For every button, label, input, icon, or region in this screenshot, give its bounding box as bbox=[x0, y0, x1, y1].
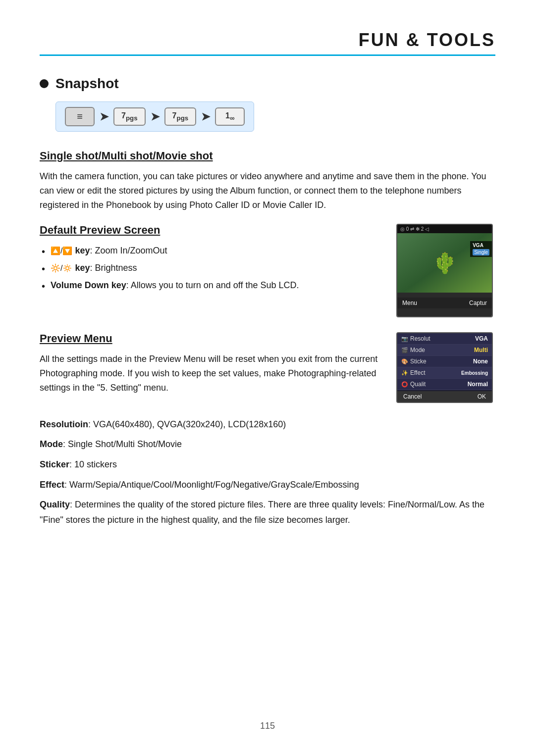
single-multi-body: With the camera function, you can take p… bbox=[40, 169, 495, 212]
sticker-spec: Sticker: 10 stickers bbox=[40, 457, 495, 472]
quality-spec: Quality: Determines the quality of the s… bbox=[40, 497, 495, 527]
menu-row-sticker: 🎨 Sticke None bbox=[397, 356, 492, 367]
flow-step-3: 1∞ bbox=[215, 107, 245, 126]
resolution-value: VGA bbox=[475, 335, 488, 342]
resolution-spec-label: Resolutioin bbox=[40, 419, 88, 429]
preview-menu-screen-mockup: 📷 Resolut VGA 🎬 Mode Multi 🎨 Sticke bbox=[396, 332, 493, 403]
quality-spec-label: Quality bbox=[40, 500, 70, 509]
effect-value: Embossing bbox=[461, 370, 488, 376]
effect-label: Effect bbox=[410, 369, 461, 376]
mode-spec-label: Mode bbox=[40, 439, 63, 449]
effect-spec: Effect: Warm/Sepia/Antique/Cool/Moonligh… bbox=[40, 477, 495, 493]
resolution-spec-value: VGA(640x480), QVGA(320x240), LCD(128x160… bbox=[93, 419, 286, 429]
status-icons: ◎ 0 ⇌ ✻ 2 ◁ bbox=[400, 226, 429, 232]
quality-spec-value: Determines the quality of the stored pic… bbox=[40, 500, 484, 525]
flow-arrow-2: ➤ bbox=[201, 110, 210, 123]
effect-icon: ✨ bbox=[401, 370, 410, 376]
flow-step-1: 7pgs bbox=[113, 107, 146, 126]
default-preview-right: ◎ 0 ⇌ ✻ 2 ◁ 🌵 VGA Singl bbox=[396, 224, 495, 317]
menu-rows-container: 📷 Resolut VGA 🎬 Mode Multi 🎨 Sticke bbox=[397, 333, 492, 390]
quality-label: Qualit bbox=[410, 381, 468, 388]
camera-sidebar: VGA Single bbox=[470, 241, 492, 257]
menu-row-resolution: 📷 Resolut VGA bbox=[397, 333, 492, 345]
page-number: 115 bbox=[260, 721, 275, 731]
cactus-image: 🌵 bbox=[432, 252, 457, 275]
screen-bottom-bar: Menu Captur bbox=[397, 298, 492, 308]
menu-row-effect: ✨ Effect Embossing bbox=[397, 367, 492, 379]
flow-diagram-wrapper: ≡ ➤ 7pgs ➤ 7pgs ➤ 1∞ bbox=[55, 101, 495, 132]
sticker-icon: 🎨 bbox=[401, 358, 410, 365]
menu-cancel-label: Cancel bbox=[403, 393, 422, 400]
default-preview-section: Default Preview Screen 🔼/🔽 key: Zoom In/… bbox=[40, 224, 495, 317]
effect-spec-label: Effect bbox=[40, 480, 64, 490]
mode-spec-value: Single Shot/Multi Shot/Movie bbox=[68, 439, 182, 449]
default-preview-heading: Default Preview Screen bbox=[40, 224, 381, 237]
bottom-capture-label: Captur bbox=[469, 300, 487, 306]
sidebar-single: Single bbox=[473, 249, 489, 255]
bottom-menu-label: Menu bbox=[402, 300, 417, 306]
bullet-brightness: 🔆/🔅 key: Brightness bbox=[40, 261, 381, 275]
page-container: FUN & TOOLS Snapshot ≡ ➤ 7pgs ➤ 7pgs ➤ 1… bbox=[0, 0, 535, 756]
bullet-icon bbox=[40, 79, 49, 88]
screen-status-bar: ◎ 0 ⇌ ✻ 2 ◁ bbox=[397, 225, 492, 233]
preview-menu-left: Preview Menu All the settings made in th… bbox=[40, 332, 381, 406]
menu-row-quality: ⭕ Qualit Normal bbox=[397, 379, 492, 390]
camera-screen: ◎ 0 ⇌ ✻ 2 ◁ 🌵 VGA Singl bbox=[397, 225, 492, 316]
resolution-label: Resolut bbox=[410, 335, 475, 342]
header-divider bbox=[40, 54, 495, 56]
sticker-label: Sticke bbox=[410, 358, 473, 365]
default-preview-left: Default Preview Screen 🔼/🔽 key: Zoom In/… bbox=[40, 224, 381, 317]
sticker-value: None bbox=[473, 358, 488, 365]
menu-row-mode: 🎬 Mode Multi bbox=[397, 345, 492, 356]
flow-arrow-0: ➤ bbox=[100, 110, 108, 123]
single-multi-heading: Single shot/Multi shot/Movie shot bbox=[40, 150, 495, 162]
menu-bottom-bar: Cancel OK bbox=[397, 391, 492, 402]
sidebar-vga: VGA bbox=[473, 243, 489, 248]
preview-menu-section: Preview Menu All the settings made in th… bbox=[40, 332, 495, 406]
menu-screen: 📷 Resolut VGA 🎬 Mode Multi 🎨 Sticke bbox=[397, 333, 492, 402]
flow-step-0: ≡ bbox=[65, 107, 95, 126]
sticker-spec-label: Sticker bbox=[40, 459, 69, 469]
bullet-zoom: 🔼/🔽 key: Zoom In/ZoomOut bbox=[40, 244, 381, 258]
mode-label: Mode bbox=[410, 347, 474, 353]
resolution-spec: Resolutioin: VGA(640x480), QVGA(320x240)… bbox=[40, 417, 495, 432]
mode-value: Multi bbox=[474, 347, 488, 353]
flow-arrow-1: ➤ bbox=[151, 110, 160, 123]
sticker-spec-value: 10 stickers bbox=[74, 459, 117, 469]
mode-icon: 🎬 bbox=[401, 347, 410, 353]
default-preview-bullets: 🔼/🔽 key: Zoom In/ZoomOut 🔆/🔅 key: Bright… bbox=[40, 244, 381, 292]
quality-value: Normal bbox=[468, 381, 488, 388]
snapshot-section-header: Snapshot bbox=[40, 76, 495, 92]
preview-menu-right: 📷 Resolut VGA 🎬 Mode Multi 🎨 Sticke bbox=[396, 332, 495, 406]
page-title: FUN & TOOLS bbox=[40, 30, 495, 50]
camera-view-area: 🌵 VGA Single bbox=[397, 233, 492, 298]
preview-screen-mockup: ◎ 0 ⇌ ✻ 2 ◁ 🌵 VGA Singl bbox=[396, 224, 493, 317]
resolution-icon: 📷 bbox=[401, 336, 410, 342]
flow-step-2: 7pgs bbox=[164, 107, 197, 126]
mode-spec: Mode: Single Shot/Multi Shot/Movie bbox=[40, 437, 495, 452]
preview-menu-body: All the settings made in the Preview Men… bbox=[40, 352, 381, 395]
preview-menu-heading: Preview Menu bbox=[40, 332, 381, 345]
bullet-volume: Volume Down key: Allows you to turn on a… bbox=[40, 278, 381, 293]
flow-diagram: ≡ ➤ 7pgs ➤ 7pgs ➤ 1∞ bbox=[55, 101, 254, 132]
effect-spec-value: Warm/Sepia/Antique/Cool/Moonlight/Fog/Ne… bbox=[69, 480, 359, 490]
menu-ok-label: OK bbox=[478, 393, 486, 400]
snapshot-title: Snapshot bbox=[55, 76, 119, 92]
quality-icon: ⭕ bbox=[401, 381, 410, 388]
